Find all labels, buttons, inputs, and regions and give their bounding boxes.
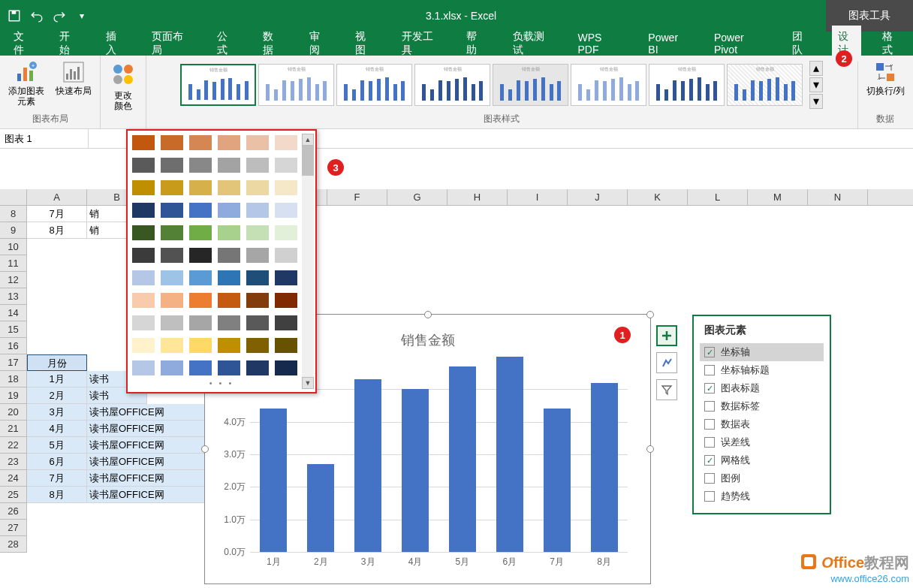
color-swatch-0-1[interactable] [161,135,183,150]
add-chart-element-button[interactable]: + 添加图表 元素 [4,58,49,111]
row-26[interactable]: 26 [0,503,27,520]
bar-8月[interactable] [591,383,618,552]
quick-layout-button[interactable]: 快速布局 [51,58,96,111]
col-K[interactable]: K [628,189,688,205]
row-27[interactable]: 27 [0,520,27,536]
style-scroll-up-icon[interactable]: ▴ [809,61,823,76]
color-swatch-6-5[interactable] [275,270,297,285]
resize-handle-w[interactable] [201,445,209,453]
color-swatch-3-2[interactable] [189,203,212,218]
bar-6月[interactable] [496,357,523,552]
color-swatch-4-2[interactable] [189,225,212,240]
row-22[interactable]: 22 [0,437,27,454]
row-19[interactable]: 19 [0,387,27,404]
chart-element-0[interactable]: ✓坐标轴 [700,343,824,361]
name-box[interactable]: 图表 1 [0,129,89,148]
chart-style-8[interactable]: 销售金额 [727,64,803,106]
color-swatch-7-3[interactable] [218,293,240,308]
checkbox-icon[interactable] [704,365,715,375]
chart-element-3[interactable]: 数据标签 [704,397,819,415]
chart-element-5[interactable]: 误差线 [704,433,819,451]
col-G[interactable]: G [387,189,447,205]
color-swatch-3-3[interactable] [218,203,240,218]
color-swatch-0-0[interactable] [132,135,155,150]
chart-element-2[interactable]: ✓图表标题 [704,379,819,397]
chart-style-5[interactable]: 销售金额 [493,64,568,106]
checkbox-icon[interactable] [704,401,715,412]
color-swatch-10-5[interactable] [275,360,297,375]
color-swatch-4-3[interactable] [218,225,240,240]
resize-handle-ne[interactable] [646,311,654,318]
color-swatch-10-2[interactable] [189,360,212,375]
color-swatch-8-1[interactable] [161,315,183,330]
row-11[interactable]: 11 [0,255,27,272]
checkbox-icon[interactable] [704,491,715,502]
row-15[interactable]: 15 [0,321,27,338]
color-swatch-10-1[interactable] [161,360,183,375]
color-swatch-5-3[interactable] [218,248,240,263]
color-swatch-9-0[interactable] [132,338,155,353]
cell-A22[interactable]: 5月 [27,437,87,454]
checkbox-icon[interactable] [704,437,715,448]
cell-B21[interactable]: 读书屋OFFICE网 [87,421,207,437]
chart-element-8[interactable]: 趋势线 [704,487,819,505]
cell-A21[interactable]: 4月 [27,421,87,437]
select-all-corner[interactable] [0,189,27,205]
chart-style-6[interactable]: 销售金额 [571,64,646,106]
resize-handle-n[interactable] [424,311,432,318]
cell-A9[interactable]: 8月 [27,222,87,239]
color-swatch-9-2[interactable] [189,338,212,353]
color-swatch-1-4[interactable] [246,158,269,173]
row-25[interactable]: 25 [0,487,27,503]
color-swatch-4-1[interactable] [161,225,183,240]
cell-A19[interactable]: 2月 [27,387,87,404]
cell-B24[interactable]: 读书屋OFFICE网 [87,470,207,487]
color-swatch-7-0[interactable] [132,293,155,308]
color-swatch-7-2[interactable] [189,293,212,308]
cell-A8[interactable]: 7月 [27,206,87,222]
color-swatch-4-4[interactable] [246,225,269,240]
qat-dropdown-icon[interactable]: ▾ [75,9,89,23]
redo-icon[interactable] [53,9,66,23]
cell-A24[interactable]: 7月 [27,470,87,487]
color-swatch-8-3[interactable] [218,315,240,330]
row-17[interactable]: 17 [0,354,27,371]
col-L[interactable]: L [688,189,748,205]
chart-style-3[interactable]: 销售金额 [336,64,412,106]
color-swatch-8-5[interactable] [275,315,297,330]
undo-icon[interactable] [30,9,44,23]
color-swatch-6-3[interactable] [218,270,240,285]
color-swatch-10-4[interactable] [246,360,269,375]
row-12[interactable]: 12 [0,272,27,288]
checkbox-icon[interactable] [704,419,715,430]
bar-5月[interactable] [449,366,476,552]
color-swatch-2-4[interactable] [246,180,269,195]
color-swatch-7-4[interactable] [246,293,269,308]
col-H[interactable]: H [447,189,508,205]
color-swatch-9-4[interactable] [246,338,269,353]
cell-B23[interactable]: 读书屋OFFICE网 [87,454,207,470]
chart-style-7[interactable]: 销售金额 [649,64,725,106]
color-swatch-0-3[interactable] [218,135,240,150]
color-swatch-5-2[interactable] [189,248,212,263]
color-swatch-5-1[interactable] [161,248,183,263]
cell-B20[interactable]: 读书屋OFFICE网 [87,404,207,421]
row-16[interactable]: 16 [0,338,27,354]
row-28[interactable]: 28 [0,536,27,553]
style-scroll-more-icon[interactable]: ▾ [809,94,823,109]
chart-filter-button[interactable] [656,379,677,400]
chart-style-1[interactable]: 销售金额 [180,64,256,106]
save-icon[interactable] [8,9,21,23]
bar-3月[interactable] [354,379,381,552]
chart-styles-button[interactable] [656,352,677,373]
row-14[interactable]: 14 [0,305,27,321]
color-swatch-3-0[interactable] [132,203,155,218]
color-swatch-3-1[interactable] [161,203,183,218]
chart-style-4[interactable]: 销售金额 [414,64,490,106]
color-swatch-2-3[interactable] [218,180,240,195]
cell-B22[interactable]: 读书屋OFFICE网 [87,437,207,454]
cell-A18[interactable]: 1月 [27,371,87,387]
color-swatch-2-5[interactable] [275,180,297,195]
color-swatch-10-0[interactable] [132,360,155,375]
col-F[interactable]: F [327,189,387,205]
